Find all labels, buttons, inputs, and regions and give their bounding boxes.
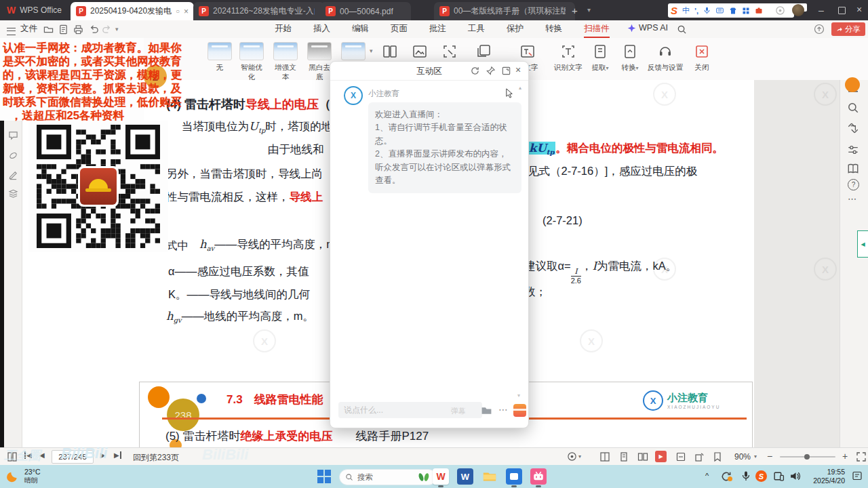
taskbar-word-icon[interactable]: W — [457, 468, 473, 485]
tab-current-doc[interactable]: P 20250419-0420发输电专业 ○ × — [71, 2, 194, 20]
undo-chevron-icon[interactable]: ▾ — [115, 26, 119, 33]
scroll-up-icon[interactable]: ▴ — [519, 85, 521, 91]
close-button[interactable]: × — [849, 4, 868, 15]
fullscreen-icon[interactable] — [856, 451, 867, 462]
menu-file[interactable]: 文件 — [20, 23, 37, 35]
read-mode-icon[interactable] — [675, 451, 686, 462]
tab-doc-2[interactable]: P 20241126~28发输电专业-入门班 — [193, 2, 325, 20]
zoom-out-button[interactable]: − — [767, 451, 772, 462]
close-panel-icon[interactable]: × — [515, 64, 521, 75]
tray-phonelink-icon[interactable] — [773, 470, 785, 482]
sogou-icon[interactable]: S — [671, 5, 677, 16]
tool-close-scan[interactable]: 关闭 — [686, 43, 717, 73]
weather-widget[interactable]: 23°C 晴朗 — [24, 468, 40, 485]
comment-icon[interactable] — [8, 130, 18, 140]
panel-expand-tab[interactable]: ◀ — [857, 230, 868, 258]
attachment-icon[interactable] — [8, 150, 18, 161]
sidebar-settings-icon[interactable] — [847, 144, 859, 156]
tray-speaker-icon[interactable] — [789, 470, 801, 482]
search-icon[interactable] — [677, 24, 687, 35]
filter-enhance-text[interactable]: 增强文本 — [273, 42, 298, 82]
notification-center-icon[interactable] — [852, 470, 863, 481]
restore-button[interactable] — [838, 7, 846, 14]
menu-start[interactable]: 开始 — [275, 23, 292, 35]
ime-toolbox-icon[interactable] — [755, 7, 763, 15]
save-doc-icon[interactable] — [58, 24, 68, 35]
redo-icon[interactable] — [102, 24, 112, 35]
refresh-icon[interactable] — [470, 66, 480, 76]
menu-tools[interactable]: 工具 — [468, 23, 485, 35]
tab-close-icon[interactable]: × — [184, 7, 189, 16]
play-presentation-button[interactable]: ▶ — [655, 451, 667, 462]
tool-ocr[interactable]: 识别文字 — [553, 43, 584, 73]
view-double-page-icon[interactable] — [637, 451, 648, 462]
minimize-button[interactable]: – — [811, 5, 831, 16]
back-to-page-button[interactable]: 回到第233页 — [133, 452, 179, 464]
ime-skin-icon[interactable] — [729, 7, 737, 15]
undo-icon[interactable] — [89, 24, 99, 35]
taskbar-search[interactable]: 搜索 — [339, 469, 437, 485]
open-folder-icon[interactable] — [43, 24, 54, 35]
sidebar-translate-icon[interactable] — [847, 122, 859, 134]
filter-smart[interactable]: 智能优化 — [239, 42, 264, 82]
panel-header[interactable]: 互动区 × — [330, 62, 528, 81]
tool-two-page[interactable] — [374, 43, 406, 63]
floating-badge[interactable] — [845, 77, 860, 92]
upload-cloud-icon[interactable] — [814, 24, 825, 35]
sidebar-help-icon[interactable]: ? — [848, 179, 859, 190]
taskbar-explorer-icon[interactable] — [481, 468, 498, 485]
taskbar-wps-icon[interactable]: W — [433, 468, 449, 485]
last-page-button[interactable]: ▶ — [114, 451, 121, 459]
print-icon[interactable] — [73, 24, 83, 35]
tray-clock[interactable]: 19:55 2025/4/20 — [806, 468, 845, 485]
tray-mic-icon[interactable] — [741, 470, 751, 481]
ime-chinese-icon[interactable]: 中 — [682, 5, 690, 16]
zoom-level[interactable]: 90% — [734, 452, 751, 462]
tool-feedback-settings[interactable]: 反馈与设置 — [646, 43, 685, 73]
popout-window-icon[interactable] — [501, 66, 511, 76]
weather-icon[interactable] — [7, 470, 22, 485]
ime-mic-icon[interactable] — [703, 6, 711, 15]
tray-sync-icon[interactable] — [720, 470, 732, 483]
sidebar-more-icon[interactable]: ⋯ — [848, 194, 856, 204]
view-single-page-icon[interactable] — [618, 451, 629, 462]
layers-icon[interactable] — [8, 188, 18, 199]
tool-select-area[interactable] — [434, 43, 465, 63]
filter-none[interactable]: 无 — [207, 42, 233, 73]
taskbar-live-app-icon[interactable] — [506, 468, 522, 485]
new-tab-button[interactable]: + — [572, 5, 578, 16]
gift-icon[interactable] — [513, 404, 526, 417]
folder-icon[interactable] — [481, 405, 492, 416]
menu-edit[interactable]: 编辑 — [352, 23, 369, 35]
menu-wps-ai[interactable]: WPS AI — [627, 23, 668, 33]
zoom-chevron-icon[interactable]: ▾ — [754, 453, 757, 460]
tool-extract[interactable]: 提取▾ — [585, 43, 616, 73]
share-button[interactable]: 分享 — [831, 22, 865, 36]
view-fit-icon[interactable] — [599, 451, 610, 462]
user-avatar[interactable] — [792, 4, 804, 16]
taskbar-bilibili-icon[interactable] — [530, 468, 547, 485]
start-button[interactable] — [317, 470, 331, 483]
ime-grid-icon[interactable] — [742, 7, 750, 15]
ime-keyboard-icon[interactable] — [715, 7, 724, 14]
menu-comment[interactable]: 批注 — [429, 23, 446, 35]
tray-expand-icon[interactable]: ^ — [705, 472, 709, 480]
menu-insert[interactable]: 插入 — [313, 23, 330, 35]
tool-image-edit[interactable] — [404, 43, 435, 63]
tab-doc-4[interactable]: P 00—老版线路手册（琪琪标注版） — [434, 2, 575, 20]
menu-protect[interactable]: 保护 — [507, 23, 524, 35]
filter-bw[interactable]: 黑白去底 — [307, 42, 332, 82]
tab-list-chevron-icon[interactable]: ▾ — [587, 6, 591, 14]
sidebar-search-icon[interactable] — [847, 102, 859, 114]
skin-theme-icon[interactable] — [775, 5, 785, 16]
pencil-icon[interactable] — [8, 170, 18, 180]
app-logo[interactable]: W WPS Office — [0, 0, 68, 20]
tab-sync-icon[interactable]: ○ — [176, 7, 180, 15]
more-actions-icon[interactable]: ⋯ — [498, 404, 508, 415]
zoom-in-button[interactable]: + — [842, 451, 848, 462]
filter-chevron-icon[interactable]: ▾ — [370, 47, 373, 54]
filter-more[interactable] — [340, 42, 366, 63]
tool-multi-page[interactable] — [468, 43, 499, 63]
tray-sogou-icon[interactable]: S — [755, 470, 767, 482]
scroll-down-icon[interactable]: ▾ — [517, 392, 520, 399]
